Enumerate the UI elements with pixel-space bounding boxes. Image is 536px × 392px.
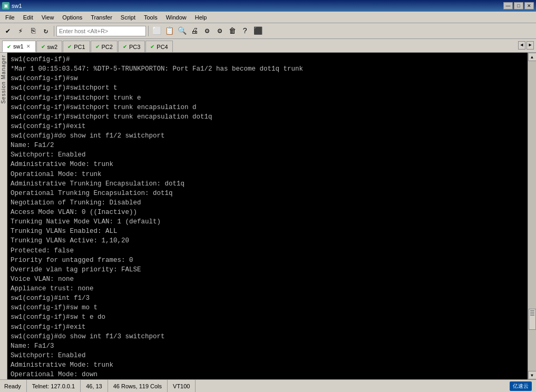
tab-label-sw2: sw2 — [47, 44, 58, 50]
tab-label-pc4: PC4 — [157, 44, 168, 50]
tab-pc1[interactable]: ✔ PC1 — [63, 41, 90, 52]
terminal-line: sw1(config-if)#switchport trunk encapsul… — [11, 112, 524, 122]
menu-help[interactable]: Help — [191, 12, 211, 23]
terminal-line: sw1(config)#int f1/3 — [11, 293, 524, 303]
menu-edit[interactable]: Edit — [19, 12, 37, 23]
scrollbar[interactable]: ▲ ▼ — [528, 53, 536, 379]
toolbar-search-icon[interactable]: 🔍 — [176, 25, 188, 37]
toolbar-help-icon[interactable]: ? — [239, 25, 251, 37]
menu-file[interactable]: File — [1, 12, 19, 23]
toolbar-extra-icon[interactable]: ⬛ — [252, 25, 264, 37]
toolbar-copy-icon[interactable]: ⎘ — [27, 25, 39, 37]
scroll-down-button[interactable]: ▼ — [528, 371, 537, 379]
tab-sw2[interactable]: ✔ sw2 — [36, 41, 63, 52]
window-title: sw1 — [12, 3, 22, 9]
terminal-line: Administrative Mode: trunk — [11, 160, 524, 169]
terminal-line: sw1(config-if)#sw mo t — [11, 303, 524, 312]
terminal-line: sw1(config-if)#switchport t — [11, 83, 524, 93]
status-position: 46, 13 — [81, 380, 108, 392]
title-bar: ▣ sw1 — □ ✕ — [0, 0, 536, 12]
terminal-line: Voice VLAN: none — [11, 275, 524, 284]
menu-script[interactable]: Script — [116, 12, 140, 23]
terminal-line: sw1(config-if)# — [11, 55, 524, 64]
toolbar-check-icon[interactable]: ✔ — [2, 25, 14, 37]
terminal-line: sw1(config-if)#switchport trunk encapsul… — [11, 103, 524, 112]
terminal-line: Name: Fa1/2 — [11, 141, 524, 150]
tab-check-pc1: ✔ — [67, 44, 72, 50]
terminal-line: Access Mode VLAN: 0 ((Inactive)) — [11, 208, 524, 217]
toolbar-more-icon[interactable]: ⚙ — [214, 25, 226, 37]
menu-bar: File Edit View Options Transfer Script T… — [0, 12, 536, 23]
brand-logo: 亿速云 — [510, 381, 532, 391]
menu-window[interactable]: Window — [162, 12, 191, 23]
window-controls: — □ ✕ — [503, 2, 534, 9]
terminal-line: sw1(config-if)#switchport trunk e — [11, 93, 524, 103]
terminal-line: sw1(config-if)#exit — [11, 122, 524, 131]
tab-sw1[interactable]: ✔ sw1 ✕ — [2, 41, 36, 52]
toolbar-refresh-icon[interactable]: ↻ — [40, 25, 52, 37]
tabs-container: ✔ sw1 ✕ ✔ sw2 ✔ PC1 ✔ PC2 ✔ PC3 ✔ PC4 ◄ … — [0, 39, 536, 53]
terminal-line: Negotiation of Trunking: Disabled — [11, 198, 524, 208]
terminal-line: sw1(config-if)#exit — [11, 322, 524, 332]
toolbar-print-icon[interactable]: 🖨 — [189, 25, 200, 37]
scroll-grip-2 — [530, 312, 534, 313]
tab-label-sw1: sw1 — [13, 43, 24, 50]
tab-check-sw2: ✔ — [41, 44, 45, 50]
toolbar-paste-icon[interactable]: 📋 — [163, 25, 175, 37]
toolbar-clear-icon[interactable]: 🗑 — [227, 25, 238, 37]
terminal-line: sw1(config-if)#sw t e do — [11, 312, 524, 322]
tab-label-pc3: PC3 — [129, 44, 140, 50]
terminal-line: Name: Fa1/3 — [11, 341, 524, 351]
terminal-line: Trunking VLANs Enabled: ALL — [11, 227, 524, 236]
tab-label-pc2: PC2 — [102, 44, 113, 50]
scroll-thumb[interactable] — [529, 309, 536, 330]
sidebar-label: Session Manager — [1, 55, 6, 104]
scroll-track[interactable] — [528, 61, 536, 371]
menu-view[interactable]: View — [37, 12, 59, 23]
main-area: Session Manager sw1(config-if)#*Mar 1 00… — [0, 53, 536, 379]
terminal-line: Switchport: Enabled — [11, 351, 524, 360]
terminal[interactable]: sw1(config-if)#*Mar 1 00:15:03.547: %DTP… — [7, 53, 528, 379]
scroll-grip-3 — [530, 315, 534, 316]
tab-pc4[interactable]: ✔ PC4 — [145, 41, 172, 52]
host-input[interactable] — [56, 26, 146, 36]
tab-check-sw1: ✔ — [7, 44, 11, 50]
close-button[interactable]: ✕ — [524, 2, 534, 9]
terminal-line: Operational Mode: down — [11, 370, 524, 377]
status-position-label: 46, 13 — [86, 383, 102, 389]
toolbar-lightning-icon[interactable]: ⚡ — [15, 25, 26, 37]
terminal-line: Trunking Native Mode VLAN: 1 (default) — [11, 217, 524, 227]
tab-nav-prev[interactable]: ◄ — [518, 41, 525, 50]
status-brand-area: 亿速云 — [510, 381, 532, 391]
toolbar-settings-icon[interactable]: ⚙ — [201, 25, 213, 37]
status-dimensions-label: 46 Rows, 119 Cols — [113, 383, 162, 389]
menu-transfer[interactable]: Transfer — [86, 12, 116, 23]
tab-label-pc1: PC1 — [74, 44, 85, 50]
scroll-up-button[interactable]: ▲ — [528, 53, 537, 61]
terminal-content: sw1(config-if)#*Mar 1 00:15:03.547: %DTP… — [11, 55, 524, 377]
terminal-line: Override vlan tag priority: FALSE — [11, 265, 524, 275]
status-connection-label: Telnet: 127.0.0.1 — [32, 383, 75, 389]
terminal-line: Operational Trunking Encapsulation: dot1… — [11, 189, 524, 198]
toolbar-copy2-icon[interactable]: ⬜ — [151, 25, 162, 37]
status-bar: Ready Telnet: 127.0.0.1 46, 13 46 Rows, … — [0, 379, 536, 392]
tab-nav-next[interactable]: ► — [527, 41, 534, 50]
tab-check-pc3: ✔ — [123, 44, 127, 50]
terminal-line: *Mar 1 00:15:03.547: %DTP-5-TRUNKPORTON:… — [11, 64, 524, 74]
app-icon: ▣ — [2, 2, 9, 9]
terminal-line: Administrative Mode: trunk — [11, 360, 524, 370]
terminal-line: Operational Mode: trunk — [11, 170, 524, 179]
menu-options[interactable]: Options — [58, 12, 86, 23]
tab-close-sw1[interactable]: ✕ — [26, 44, 31, 49]
terminal-line: sw1(config)#do show int f1/2 switchport — [11, 131, 524, 141]
tab-pc2[interactable]: ✔ PC2 — [91, 41, 118, 52]
maximize-button[interactable]: □ — [514, 2, 523, 9]
sidebar: Session Manager — [0, 53, 7, 379]
status-terminal-type: VT100 — [168, 380, 196, 392]
tab-pc3[interactable]: ✔ PC3 — [118, 41, 145, 52]
status-terminal-type-label: VT100 — [173, 383, 190, 389]
status-ready: Ready — [4, 380, 27, 392]
minimize-button[interactable]: — — [503, 2, 513, 9]
menu-tools[interactable]: Tools — [140, 12, 162, 23]
title-bar-left: ▣ sw1 — [2, 2, 22, 9]
